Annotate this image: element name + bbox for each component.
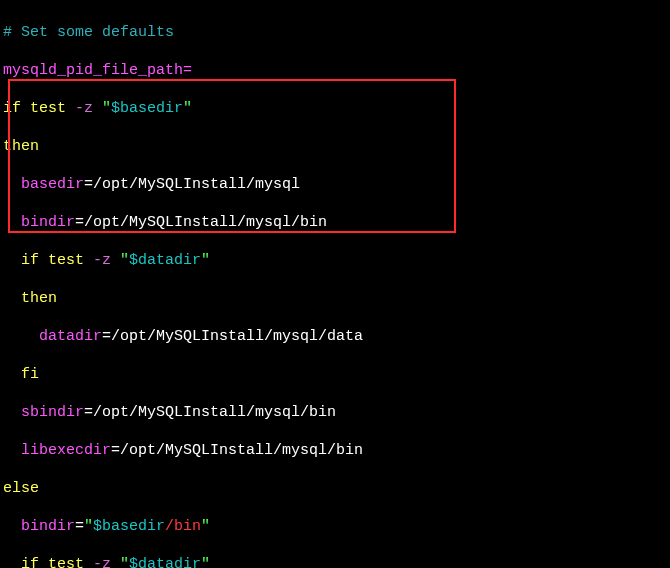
code-line: if test -z "$datadir" bbox=[3, 251, 667, 270]
code-editor[interactable]: # Set some defaults mysqld_pid_file_path… bbox=[0, 0, 670, 568]
builtin-test: test bbox=[39, 556, 93, 568]
assign-value: =/opt/MySQLInstall/mysql/bin bbox=[84, 404, 336, 421]
code-line: # Set some defaults bbox=[3, 23, 667, 42]
keyword-fi: fi bbox=[3, 365, 667, 384]
builtin-test: test bbox=[21, 100, 75, 117]
variable-name: sbindir bbox=[21, 404, 84, 421]
code-line: sbindir=/opt/MySQLInstall/mysql/bin bbox=[3, 403, 667, 422]
string-quote: " bbox=[84, 518, 93, 535]
keyword-then: then bbox=[3, 137, 667, 156]
code-line: mysqld_pid_file_path= bbox=[3, 61, 667, 80]
assign-value: =/opt/MySQLInstall/mysql/bin bbox=[75, 214, 327, 231]
string-quote: " bbox=[102, 100, 111, 117]
builtin-test: test bbox=[39, 252, 93, 269]
assign-value: =/opt/MySQLInstall/mysql/bin bbox=[111, 442, 363, 459]
string-quote: " bbox=[201, 252, 210, 269]
variable-name: bindir bbox=[21, 518, 75, 535]
code-line: datadir=/opt/MySQLInstall/mysql/data bbox=[3, 327, 667, 346]
keyword-if: if bbox=[21, 556, 39, 568]
assign-value: =/opt/MySQLInstall/mysql/data bbox=[102, 328, 363, 345]
code-line: bindir="$basedir/bin" bbox=[3, 517, 667, 536]
keyword-if: if bbox=[3, 100, 21, 117]
string-quote: " bbox=[120, 252, 129, 269]
code-line: basedir=/opt/MySQLInstall/mysql bbox=[3, 175, 667, 194]
variable-name: datadir bbox=[39, 328, 102, 345]
code-line: libexecdir=/opt/MySQLInstall/mysql/bin bbox=[3, 441, 667, 460]
assign-value: =/opt/MySQLInstall/mysql bbox=[84, 176, 300, 193]
string-var: $basedir bbox=[111, 100, 183, 117]
variable-name: bindir bbox=[21, 214, 75, 231]
string-quote: " bbox=[201, 518, 210, 535]
keyword-if: if bbox=[21, 252, 39, 269]
string-quote: " bbox=[120, 556, 129, 568]
flag: -z bbox=[75, 100, 102, 117]
string-path: /bin bbox=[165, 518, 201, 535]
string-quote: " bbox=[183, 100, 192, 117]
string-var: $datadir bbox=[129, 252, 201, 269]
keyword-then: then bbox=[3, 289, 667, 308]
code-line: bindir=/opt/MySQLInstall/mysql/bin bbox=[3, 213, 667, 232]
flag: -z bbox=[93, 556, 120, 568]
string-var: $basedir bbox=[93, 518, 165, 535]
keyword-else: else bbox=[3, 479, 667, 498]
equals: = bbox=[75, 518, 84, 535]
variable-name: libexecdir bbox=[21, 442, 111, 459]
variable-name: basedir bbox=[21, 176, 84, 193]
code-line: if test -z "$datadir" bbox=[3, 555, 667, 568]
string-var: $datadir bbox=[129, 556, 201, 568]
flag: -z bbox=[93, 252, 120, 269]
code-line: if test -z "$basedir" bbox=[3, 99, 667, 118]
string-quote: " bbox=[201, 556, 210, 568]
variable-name: mysqld_pid_file_path= bbox=[3, 62, 192, 79]
